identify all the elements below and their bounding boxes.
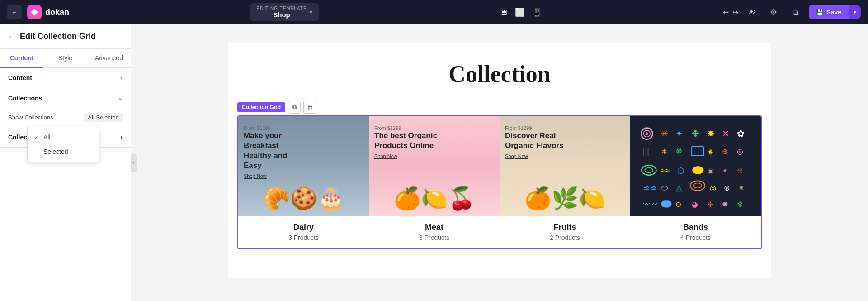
svg-text:✳: ✳ bbox=[661, 129, 669, 139]
editing-label: EDITING TEMPLATE bbox=[256, 6, 307, 11]
card-overlay-dairy: From $1299 Make your Breakfast Healthy a… bbox=[244, 125, 307, 180]
bands-pattern-svg: ✳ ✦ ✤ ✸ ✕ ✿ ||| ∗ ❋ ◈ bbox=[635, 121, 756, 211]
card-name-fruits: Fruits bbox=[505, 223, 625, 232]
collections-section-header[interactable]: Collections ⌄ bbox=[0, 88, 131, 108]
collection-card-meat[interactable]: From $1299 The best Organic Products Onl… bbox=[369, 116, 500, 248]
card-name-meat: Meat bbox=[374, 223, 494, 232]
card-info-bands: Bands 4 Products bbox=[630, 216, 761, 248]
svg-text:❊: ❊ bbox=[737, 167, 743, 175]
collections-arrow-icon: ⌄ bbox=[118, 95, 123, 101]
save-button[interactable]: 💾 Save bbox=[809, 5, 849, 19]
topbar-actions: ↩ ↪ 👁 ⚙ ⧉ 💾 Save ▾ bbox=[723, 4, 861, 20]
sidebar-tabs: Content Style Advanced bbox=[0, 49, 131, 68]
sidebar-back-button[interactable]: ← bbox=[8, 33, 15, 41]
settings-button[interactable]: ⚙ bbox=[765, 4, 782, 20]
svg-text:✷: ✷ bbox=[738, 184, 744, 192]
sidebar-title: Edit Collection Grid bbox=[20, 32, 96, 41]
shop-now-fruits: Shop Now bbox=[505, 153, 528, 159]
svg-text:✺: ✺ bbox=[722, 200, 728, 208]
logo-icon bbox=[27, 5, 42, 19]
heading-fruits: Discover Real Organic Flavors bbox=[505, 131, 568, 151]
all-selected-badge[interactable]: All Selected bbox=[84, 113, 123, 122]
svg-text:✤: ✤ bbox=[692, 129, 699, 139]
svg-text:◉: ◉ bbox=[708, 167, 714, 175]
card-products-dairy: 3 Products bbox=[244, 234, 363, 241]
shop-now-meat: Shop Now bbox=[374, 153, 397, 159]
editing-title: Shop bbox=[273, 11, 290, 19]
svg-text:✼: ✼ bbox=[737, 200, 743, 208]
redo-button[interactable]: ↪ bbox=[732, 8, 738, 17]
card-info-fruits: Fruits 2 Products bbox=[500, 216, 630, 248]
undo-button[interactable]: ↩ bbox=[723, 8, 729, 17]
svg-text:⬡: ⬡ bbox=[677, 166, 684, 175]
dropdown-option-selected[interactable]: ✓ Selected bbox=[28, 144, 99, 159]
sidebar: ← Edit Collection Grid Content Style Adv… bbox=[0, 24, 131, 301]
layers-button[interactable]: ⧉ bbox=[787, 4, 803, 20]
canvas: Collection Collection Grid ⧉ 🗑 From $129… bbox=[131, 24, 868, 301]
svg-text:❋: ❋ bbox=[675, 147, 682, 156]
collection-card-bands[interactable]: ✳ ✦ ✤ ✸ ✕ ✿ ||| ∗ ❋ ◈ bbox=[630, 116, 761, 248]
card-products-fruits: 2 Products bbox=[505, 234, 625, 241]
collections-section-label: Collections bbox=[8, 95, 42, 102]
svg-text:✸: ✸ bbox=[707, 129, 715, 139]
svg-point-4 bbox=[646, 133, 648, 135]
svg-rect-22 bbox=[692, 166, 703, 174]
tab-style[interactable]: Style bbox=[43, 49, 87, 67]
svg-rect-35 bbox=[661, 200, 671, 207]
undo-redo-group: ↩ ↪ bbox=[723, 8, 738, 17]
card-image-meat: From $1299 The best Organic Products Onl… bbox=[369, 116, 500, 216]
show-collections-row: Show Collections All Selected bbox=[0, 108, 131, 127]
grid-label-bar: Collection Grid ⧉ 🗑 bbox=[237, 101, 762, 114]
svg-text:|||: ||| bbox=[643, 147, 649, 156]
content-section-header[interactable]: Content › bbox=[0, 68, 131, 88]
collection-card-fruits[interactable]: From $1299 Discover Real Organic Flavors… bbox=[500, 116, 630, 248]
topbar-left: ← dokan bbox=[7, 5, 69, 19]
save-dropdown-button[interactable]: ▾ bbox=[849, 5, 861, 19]
card-overlay-meat: From $1299 The best Organic Products Onl… bbox=[374, 125, 438, 160]
logo-text: dokan bbox=[45, 8, 69, 17]
save-label: Save bbox=[826, 9, 841, 16]
price-dairy: From $1299 bbox=[244, 125, 307, 131]
preview-button[interactable]: 👁 bbox=[744, 4, 760, 20]
back-button[interactable]: ← bbox=[7, 5, 22, 19]
card-products-bands: 4 Products bbox=[636, 234, 755, 241]
canvas-inner: Collection Collection Grid ⧉ 🗑 From $129… bbox=[228, 43, 771, 278]
dropdown-option-all[interactable]: ✓ All bbox=[28, 130, 99, 144]
heading-meat: The best Organic Products Online bbox=[374, 131, 438, 151]
option-selected-label: Selected bbox=[43, 148, 68, 155]
svg-text:〰〰: 〰〰 bbox=[643, 200, 657, 208]
card-info-meat: Meat 3 Products bbox=[369, 216, 500, 248]
grid-label-badge: Collection Grid bbox=[237, 102, 285, 112]
card-overlay-fruits: From $1299 Discover Real Organic Flavors… bbox=[505, 125, 568, 160]
template-info: EDITING TEMPLATE Shop bbox=[256, 6, 307, 19]
collection-card-dairy[interactable]: From $1299 Make your Breakfast Healthy a… bbox=[238, 116, 369, 248]
mobile-icon[interactable]: 📱 bbox=[532, 7, 542, 17]
tablet-icon[interactable]: ⬜ bbox=[515, 7, 525, 17]
svg-text:◈: ◈ bbox=[708, 147, 713, 155]
svg-text:⊕: ⊕ bbox=[722, 147, 728, 155]
sidebar-collapse-handle[interactable]: ‹ bbox=[131, 154, 137, 172]
price-fruits: From $1299 bbox=[505, 125, 568, 131]
svg-text:❉: ❉ bbox=[708, 200, 713, 208]
svg-text:⬭: ⬭ bbox=[661, 183, 668, 192]
grid-copy-button[interactable]: ⧉ bbox=[288, 101, 301, 114]
card-name-dairy: Dairy bbox=[244, 223, 363, 232]
svg-text:⊛: ⊛ bbox=[724, 184, 730, 192]
card-info-dairy: Dairy 3 Products bbox=[238, 216, 369, 248]
device-switcher: 🖥 ⬜ 📱 bbox=[500, 7, 542, 17]
card-image-dairy: From $1299 Make your Breakfast Healthy a… bbox=[238, 116, 369, 216]
svg-text:✦: ✦ bbox=[675, 129, 683, 139]
save-icon: 💾 bbox=[816, 9, 824, 16]
grid-delete-button[interactable]: 🗑 bbox=[303, 101, 316, 114]
tab-advanced[interactable]: Advanced bbox=[87, 49, 131, 67]
tab-content[interactable]: Content bbox=[0, 49, 43, 67]
sidebar-header: ← Edit Collection Grid bbox=[0, 24, 131, 49]
svg-text:≋≋: ≋≋ bbox=[643, 183, 656, 192]
topbar: ← dokan EDITING TEMPLATE Shop ▾ 🖥 ⬜ 📱 ↩ … bbox=[0, 0, 868, 24]
page-title: Collection bbox=[237, 61, 762, 87]
desktop-icon[interactable]: 🖥 bbox=[500, 8, 508, 17]
svg-text:✕: ✕ bbox=[722, 129, 730, 139]
logo: dokan bbox=[27, 5, 69, 19]
template-selector[interactable]: EDITING TEMPLATE Shop ▾ bbox=[250, 3, 318, 21]
collection-grid: From $1299 Make your Breakfast Healthy a… bbox=[238, 116, 761, 248]
